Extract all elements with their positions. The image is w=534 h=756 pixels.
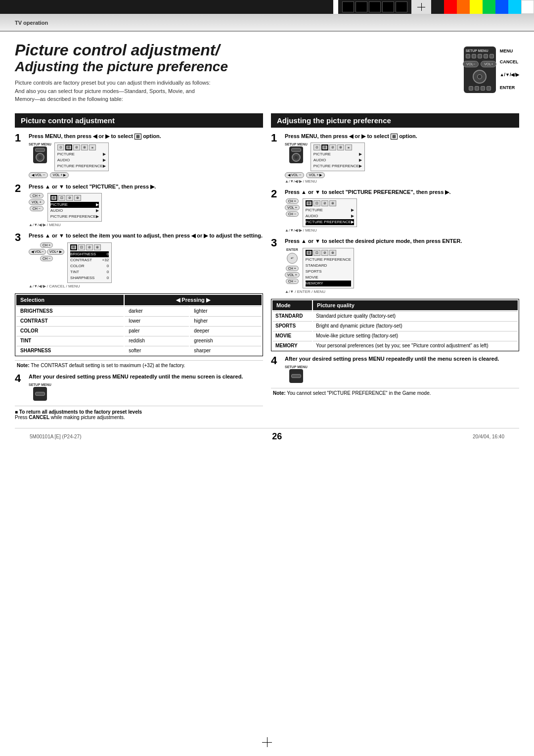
top-color-bar bbox=[0, 0, 534, 14]
table-row: STANDARD Standard picture quality (facto… bbox=[272, 311, 518, 320]
footer-model: 5M00101A [E] (P24-27) bbox=[30, 434, 82, 439]
header-section: TV operation bbox=[0, 14, 534, 32]
right-step2-text: Press ▲ or ▼ to select "PICTURE PREFEREN… bbox=[285, 189, 519, 196]
selection-col-header: Selection bbox=[16, 295, 124, 305]
left-step4: 4 After your desired setting press MENU … bbox=[15, 373, 263, 401]
page-title-line2: Adjusting the picture preference bbox=[15, 59, 464, 75]
page-number: 26 bbox=[272, 431, 282, 442]
step4-num: 4 bbox=[15, 373, 26, 384]
left-column: Picture control adjustment 1 Press MENU,… bbox=[15, 113, 263, 421]
left-section-header: Picture control adjustment bbox=[15, 113, 263, 128]
bottom-crosshair bbox=[262, 737, 272, 747]
table-row: TINT reddish greenish bbox=[16, 336, 262, 345]
step2-left-screen: ⊞ ⊡ ⊘ ⊛ PICTURE ▶ AUDIO ▶ PICTURE PREFER… bbox=[47, 193, 102, 222]
table-row: CONTRAST lower higher bbox=[16, 316, 262, 325]
page-title-line1: Picture control adjustment/ bbox=[15, 42, 464, 59]
step3-text: Press ▲ or ▼ to select the item you want… bbox=[29, 232, 263, 239]
right-step3-screen: ⊞ ⊡ ⊘ ⊛ PICTURE PREFERENCE STANDARD SPOR… bbox=[303, 248, 354, 288]
step3-left-screen: ⊞ ⊡ ⊘ ⊛ BRIGHTNESS0 CONTRAST+32 COLOR0 T… bbox=[67, 242, 112, 283]
quality-col-header: Picture quality bbox=[313, 300, 518, 310]
right-step4: 4 After your desired setting press MENU … bbox=[271, 355, 519, 383]
right-step1-screen: ⊙ ⊞ ⊘ ⊛ ≡ PICTURE ▶ AUDIO ▶ PICTURE PREF… bbox=[311, 142, 365, 171]
title-text-block: Picture control adjustment/ Adjusting th… bbox=[15, 42, 464, 103]
step1-text: Press MENU, then press ◀ or ▶ to select … bbox=[29, 133, 263, 140]
remote-diagram: SETUP MENU VOL− VOL+ bbox=[464, 42, 519, 93]
mode-table: Mode Picture quality STANDARD Standard p… bbox=[271, 299, 519, 351]
right-step3: 3 Press ▲ or ▼ to select the desired pic… bbox=[271, 237, 519, 293]
title-area: Picture control adjustment/ Adjusting th… bbox=[15, 42, 519, 103]
title-desc: Picture controls are factory preset but … bbox=[15, 79, 262, 103]
left-step2: 2 Press ▲ or ▼ to select "PICTURE", then… bbox=[15, 183, 263, 227]
table-row: MEMORY Your personal preferences (set by… bbox=[272, 341, 518, 350]
footer-date: 20/4/04, 16:40 bbox=[473, 434, 504, 439]
cancel-note: ■ To return all adjustments to the facto… bbox=[15, 406, 263, 420]
right-column: Adjusting the picture preference 1 Press… bbox=[271, 113, 519, 421]
left-step3: 3 Press ▲ or ▼ to select the item you wa… bbox=[15, 232, 263, 288]
main-content: Picture control adjustment/ Adjusting th… bbox=[0, 32, 534, 455]
pressing-col-header: ◀ Pressing ▶ bbox=[125, 295, 262, 305]
table-row: COLOR paler deeper bbox=[16, 326, 262, 335]
step2-text: Press ▲ or ▼ to select "PICTURE", then p… bbox=[29, 183, 263, 190]
right-step3-num: 3 bbox=[271, 237, 282, 248]
right-step2: 2 Press ▲ or ▼ to select "PICTURE PREFER… bbox=[271, 189, 519, 233]
right-step3-text: Press ▲ or ▼ to select the desired pictu… bbox=[285, 237, 519, 245]
right-step2-screen: ⊞ ⊡ ⊘ ⊛ PICTURE ▶ AUDIO ▶ PICTURE PREFER… bbox=[303, 198, 357, 227]
table-row: SHARPNESS softer sharper bbox=[16, 346, 262, 355]
table-row: MOVIE Movie-like picture setting (factor… bbox=[272, 331, 518, 340]
left-step1: 1 Press MENU, then press ◀ or ▶ to selec… bbox=[15, 133, 263, 178]
step4-text: After your desired setting press MENU re… bbox=[29, 373, 263, 380]
right-section-header: Adjusting the picture preference bbox=[271, 113, 519, 128]
table-row: BRIGHTNESS darker lighter bbox=[16, 306, 262, 315]
selection-table: Selection ◀ Pressing ▶ BRIGHTNESS darker… bbox=[15, 293, 263, 356]
section-label: TV operation bbox=[15, 20, 48, 26]
right-step4-num: 4 bbox=[271, 355, 282, 366]
right-step4-text: After your desired setting press MENU re… bbox=[285, 355, 519, 363]
step1-num: 1 bbox=[15, 133, 26, 143]
right-step1-text: Press MENU, then press ◀ or ▶ to select … bbox=[285, 133, 519, 140]
note-box-left: Note: The CONTRAST default setting is se… bbox=[15, 360, 263, 370]
table-row: SPORTS Bright and dynamic picture (facto… bbox=[272, 321, 518, 330]
right-step1: 1 Press MENU, then press ◀ or ▶ to selec… bbox=[271, 133, 519, 184]
step3-num: 3 bbox=[15, 232, 26, 243]
note-box-right: Note: You cannot select "PICTURE PREFERE… bbox=[271, 388, 519, 398]
step1-left-screen: ⊙ ⊞ ⊘ ⊛ ≡ PICTURE ▶ AUDIO ▶ PICTURE PREF… bbox=[54, 142, 109, 171]
right-step2-num: 2 bbox=[271, 189, 282, 199]
two-column-layout: Picture control adjustment 1 Press MENU,… bbox=[15, 113, 519, 421]
right-step1-num: 1 bbox=[271, 133, 282, 143]
footer: 5M00101A [E] (P24-27) 26 20/4/04, 16:40 bbox=[15, 428, 519, 445]
mode-col-header: Mode bbox=[272, 300, 312, 310]
step2-num: 2 bbox=[15, 183, 26, 194]
